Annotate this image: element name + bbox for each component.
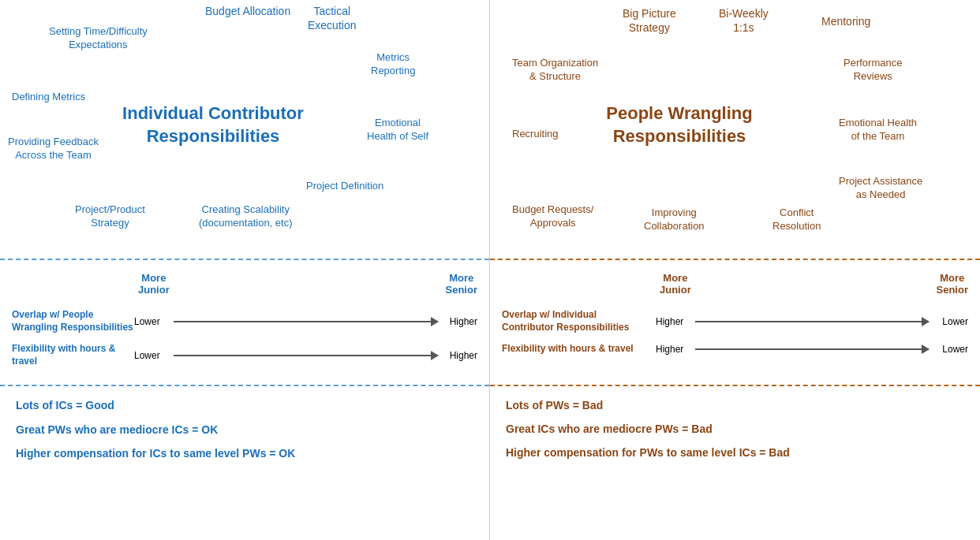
word-improving-collaboration: ImprovingCollaboration bbox=[644, 207, 705, 233]
right-more-junior-label: MoreJunior bbox=[660, 272, 691, 296]
word-team-org: Team Organization& Structure bbox=[512, 57, 598, 84]
right-panel: People WranglingResponsibilities Big Pic… bbox=[490, 0, 980, 540]
left-overlap-from: Lower bbox=[134, 316, 170, 327]
left-overlap-bar bbox=[174, 321, 438, 322]
word-recruiting: Recruiting bbox=[512, 128, 559, 141]
left-overlap-label: Overlap w/ PeopleWrangling Responsibilit… bbox=[12, 309, 134, 333]
word-big-picture: Big PictureStrategy bbox=[623, 6, 676, 35]
word-defining-metrics: Defining Metrics bbox=[12, 91, 85, 104]
right-scale-row-overlap: Overlap w/ IndividualContributor Respons… bbox=[502, 309, 968, 333]
left-flex-label: Flexibility with hours & travel bbox=[12, 343, 134, 367]
right-overlap-bar-container: Higher Lower bbox=[656, 316, 968, 327]
left-scale-section: MoreJunior MoreSenior Overlap w/ PeopleW… bbox=[0, 260, 489, 386]
left-summary-3: Higher compensation for ICs to same leve… bbox=[16, 446, 473, 460]
word-biweekly: Bi-Weekly1:1s bbox=[719, 6, 769, 35]
word-emotional-health-team: Emotional Healthof the Team bbox=[839, 117, 917, 143]
left-summary-section: Lots of ICs = Good Great PWs who are med… bbox=[0, 386, 489, 540]
left-more-junior-label: MoreJunior bbox=[138, 272, 170, 296]
left-overlap-to: Higher bbox=[442, 316, 477, 327]
word-budget-allocation: Budget Allocation bbox=[205, 4, 290, 18]
word-emotional-health-self: EmotionalHealth of Self bbox=[367, 117, 428, 143]
right-flex-bar-container: Higher Lower bbox=[656, 344, 968, 355]
right-title: People WranglingResponsibilities bbox=[569, 102, 790, 147]
right-more-senior-label: MoreSenior bbox=[937, 272, 968, 296]
word-providing-feedback: Providing FeedbackAcross the Team bbox=[8, 136, 99, 162]
word-creating-scalability: Creating Scalability(documentation, etc) bbox=[199, 203, 293, 230]
left-panel: Individual ContributorResponsibilities B… bbox=[0, 0, 490, 540]
word-mentoring: Mentoring bbox=[821, 14, 870, 28]
left-word-cloud: Individual ContributorResponsibilities B… bbox=[0, 0, 489, 260]
left-scale-row-flex: Flexibility with hours & travel Lower Hi… bbox=[12, 343, 477, 367]
left-flex-from: Lower bbox=[134, 350, 170, 361]
word-project-definition: Project Definition bbox=[306, 180, 383, 193]
left-flex-bar bbox=[174, 355, 438, 356]
right-word-cloud: People WranglingResponsibilities Big Pic… bbox=[490, 0, 980, 260]
right-overlap-to: Lower bbox=[933, 316, 968, 327]
right-scale-header: MoreJunior MoreSenior bbox=[502, 268, 968, 300]
left-scale-header: MoreJunior MoreSenior bbox=[12, 268, 477, 300]
left-more-senior-label: MoreSenior bbox=[446, 272, 477, 296]
right-summary-2: Great ICs who are mediocre PWs = Bad bbox=[506, 422, 964, 436]
word-metrics-reporting: MetricsReporting bbox=[371, 51, 415, 78]
word-budget-requests: Budget Requests/Approvals bbox=[512, 203, 593, 230]
right-flex-to: Lower bbox=[933, 344, 968, 355]
left-flex-to: Higher bbox=[442, 350, 477, 361]
right-scale-row-flex: Flexibility with hours & travel Higher L… bbox=[502, 343, 968, 356]
word-performance-reviews: PerformanceReviews bbox=[843, 57, 902, 84]
main-container: Individual ContributorResponsibilities B… bbox=[0, 0, 980, 540]
left-title: Individual ContributorResponsibilities bbox=[110, 102, 316, 147]
word-tactical-execution: TacticalExecution bbox=[308, 4, 356, 32]
word-project-product-strategy: Project/ProductStrategy bbox=[75, 203, 145, 230]
left-scale-row-overlap: Overlap w/ PeopleWrangling Responsibilit… bbox=[12, 309, 477, 333]
left-summary-1: Lots of ICs = Good bbox=[16, 398, 473, 412]
right-overlap-from: Higher bbox=[656, 316, 691, 327]
right-scale-section: MoreJunior MoreSenior Overlap w/ Individ… bbox=[490, 260, 980, 386]
right-summary-section: Lots of PWs = Bad Great ICs who are medi… bbox=[490, 386, 980, 540]
right-flex-label: Flexibility with hours & travel bbox=[502, 343, 656, 356]
word-conflict-resolution: ConflictResolution bbox=[772, 207, 821, 233]
right-flex-bar bbox=[695, 348, 929, 350]
right-overlap-label: Overlap w/ IndividualContributor Respons… bbox=[502, 309, 656, 333]
word-project-assistance: Project Assistanceas Needed bbox=[839, 175, 922, 202]
left-summary-2: Great PWs who are mediocre ICs = OK bbox=[16, 423, 473, 437]
word-setting-time: Setting Time/DifficultyExpectations bbox=[49, 25, 148, 52]
left-overlap-bar-container: Lower Higher bbox=[134, 316, 477, 327]
right-overlap-bar bbox=[695, 321, 929, 322]
right-summary-3: Higher compensation for PWs to same leve… bbox=[506, 445, 964, 460]
left-flex-bar-container: Lower Higher bbox=[134, 350, 477, 361]
right-flex-from: Higher bbox=[656, 344, 691, 355]
right-summary-1: Lots of PWs = Bad bbox=[506, 398, 964, 412]
